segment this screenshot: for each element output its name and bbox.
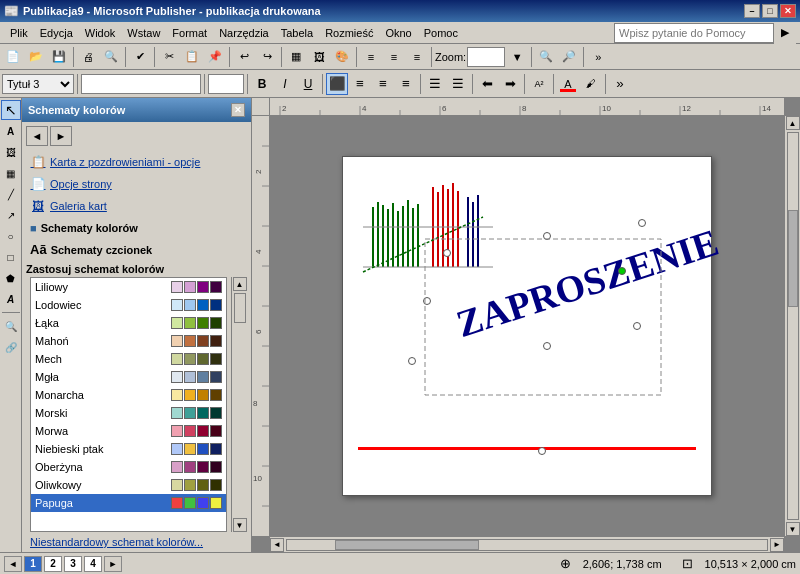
scheme-row-4[interactable]: Mech bbox=[31, 350, 226, 368]
menu-rozmiec[interactable]: Rozmieść bbox=[319, 25, 379, 41]
page-2-btn[interactable]: 2 bbox=[44, 556, 62, 572]
numbering-btn[interactable]: ☰ bbox=[447, 73, 469, 95]
text-tool[interactable]: A bbox=[1, 121, 21, 141]
panel-close-icon[interactable]: ✕ bbox=[231, 103, 245, 117]
panel-back-button[interactable]: ◄ bbox=[26, 126, 48, 146]
menu-plik[interactable]: Plik bbox=[4, 25, 34, 41]
more-tb[interactable]: » bbox=[587, 46, 609, 68]
page-1-btn[interactable]: 1 bbox=[24, 556, 42, 572]
panel-link-karta[interactable]: 📋 Karta z pozdrowieniami - opcje bbox=[26, 152, 247, 172]
handle-bc[interactable] bbox=[543, 342, 551, 350]
h-scroll-thumb[interactable] bbox=[335, 540, 479, 550]
style-select[interactable]: Tytuł 3 bbox=[2, 74, 74, 94]
rect-tool[interactable]: □ bbox=[1, 247, 21, 267]
scheme-row-11[interactable]: Oliwkowy bbox=[31, 476, 226, 494]
font-color-btn[interactable]: A bbox=[557, 73, 579, 95]
scheme-row-3[interactable]: Mahoń bbox=[31, 332, 226, 350]
table-tool[interactable]: ▦ bbox=[1, 163, 21, 183]
scheme-row-8[interactable]: Morwa bbox=[31, 422, 226, 440]
panel-forward-button[interactable]: ► bbox=[50, 126, 72, 146]
title-bar-controls[interactable]: – □ ✕ bbox=[744, 4, 796, 18]
align-left-tb[interactable]: ≡ bbox=[360, 46, 382, 68]
page-3-btn[interactable]: 3 bbox=[64, 556, 82, 572]
line-handle-left[interactable] bbox=[538, 447, 546, 455]
panel-link-galeria[interactable]: 🖼 Galeria kart bbox=[26, 196, 247, 216]
handle-tl[interactable] bbox=[443, 249, 451, 257]
menu-narzedzia[interactable]: Narzędzia bbox=[213, 25, 275, 41]
copy-button[interactable]: 📋 bbox=[181, 46, 203, 68]
menu-wstaw[interactable]: Wstaw bbox=[121, 25, 166, 41]
new-button[interactable]: 📄 bbox=[2, 46, 24, 68]
insert-clip-button[interactable]: 🎨 bbox=[331, 46, 353, 68]
font-input[interactable]: Century Schoolbook bbox=[81, 74, 201, 94]
redo-button[interactable]: ↪ bbox=[256, 46, 278, 68]
align-center-tb[interactable]: ≡ bbox=[383, 46, 405, 68]
menu-pomoc[interactable]: Pomoc bbox=[418, 25, 464, 41]
menu-okno[interactable]: Okno bbox=[379, 25, 417, 41]
page-4-btn[interactable]: 4 bbox=[84, 556, 102, 572]
italic-button[interactable]: I bbox=[274, 73, 296, 95]
scroll-right-arrow[interactable]: ► bbox=[770, 538, 784, 552]
insert-table-button[interactable]: ▦ bbox=[285, 46, 307, 68]
undo-button[interactable]: ↩ bbox=[233, 46, 255, 68]
scheme-row-10[interactable]: Oberżyna bbox=[31, 458, 226, 476]
zoom-dropdown[interactable]: ▼ bbox=[506, 46, 528, 68]
scheme-row-2[interactable]: Łąka bbox=[31, 314, 226, 332]
horizontal-scrollbar[interactable]: ◄ ► bbox=[270, 536, 784, 552]
highlight-btn[interactable]: 🖌 bbox=[580, 73, 602, 95]
arrow-tool[interactable]: ↗ bbox=[1, 205, 21, 225]
zoom-out-button[interactable]: 🔎 bbox=[558, 46, 580, 68]
help-search-button[interactable]: ▶ bbox=[774, 22, 796, 44]
scroll-thumb[interactable] bbox=[234, 293, 246, 323]
align-right-tb[interactable]: ≡ bbox=[406, 46, 428, 68]
handle-bl[interactable] bbox=[408, 357, 416, 365]
paste-button[interactable]: 📌 bbox=[204, 46, 226, 68]
handle-tr[interactable] bbox=[638, 219, 646, 227]
vertical-scrollbar[interactable]: ▲ ▼ bbox=[784, 116, 800, 536]
scheme-row-9[interactable]: Niebieski ptak bbox=[31, 440, 226, 458]
preview-button[interactable]: 🔍 bbox=[100, 46, 122, 68]
cut-button[interactable]: ✂ bbox=[158, 46, 180, 68]
scroll-down-btn[interactable]: ▼ bbox=[786, 522, 800, 536]
line-tool[interactable]: ╱ bbox=[1, 184, 21, 204]
zoom-in-button[interactable]: 🔍 bbox=[535, 46, 557, 68]
custom-scheme-link[interactable]: Niestandardowy schemat kolorów... bbox=[30, 536, 203, 548]
align-center-btn[interactable]: ≡ bbox=[349, 73, 371, 95]
print-button[interactable]: 🖨 bbox=[77, 46, 99, 68]
maximize-button[interactable]: □ bbox=[762, 4, 778, 18]
autoshape-tool[interactable]: ⬟ bbox=[1, 268, 21, 288]
handle-ml[interactable] bbox=[423, 297, 431, 305]
handle-mr[interactable] bbox=[618, 267, 626, 275]
panel-header-controls[interactable]: ✕ bbox=[231, 103, 245, 117]
menu-widok[interactable]: Widok bbox=[79, 25, 122, 41]
menu-tabela[interactable]: Tabela bbox=[275, 25, 319, 41]
scroll-up-btn[interactable]: ▲ bbox=[786, 116, 800, 130]
underline-button[interactable]: U bbox=[297, 73, 319, 95]
select-tool[interactable]: ↖ bbox=[1, 100, 21, 120]
page-next-btn[interactable]: ► bbox=[104, 556, 122, 572]
align-justify-btn[interactable]: ≡ bbox=[395, 73, 417, 95]
handle-tc[interactable] bbox=[543, 232, 551, 240]
zoom-input[interactable]: 75% bbox=[467, 47, 505, 67]
size-input[interactable]: 28 bbox=[208, 74, 244, 94]
page-prev-btn[interactable]: ◄ bbox=[4, 556, 22, 572]
v-scroll-thumb[interactable] bbox=[788, 210, 798, 307]
close-button[interactable]: ✕ bbox=[780, 4, 796, 18]
oval-tool[interactable]: ○ bbox=[1, 226, 21, 246]
scroll-down-arrow[interactable]: ▼ bbox=[233, 518, 247, 532]
scroll-left-arrow[interactable]: ◄ bbox=[270, 538, 284, 552]
scheme-row-6[interactable]: Monarcha bbox=[31, 386, 226, 404]
handle-br[interactable] bbox=[633, 322, 641, 330]
scheme-row-5[interactable]: Mgła bbox=[31, 368, 226, 386]
more-format[interactable]: » bbox=[609, 73, 631, 95]
scheme-row-0[interactable]: Liliowy bbox=[31, 278, 226, 296]
open-button[interactable]: 📂 bbox=[25, 46, 47, 68]
insert-image-button[interactable]: 🖼 bbox=[308, 46, 330, 68]
minimize-button[interactable]: – bbox=[744, 4, 760, 18]
bold-button[interactable]: B bbox=[251, 73, 273, 95]
decrease-indent-btn[interactable]: ⬅ bbox=[476, 73, 498, 95]
help-input[interactable] bbox=[614, 23, 774, 43]
increase-indent-btn[interactable]: ➡ bbox=[499, 73, 521, 95]
superscript-btn[interactable]: A² bbox=[528, 73, 550, 95]
menu-edycja[interactable]: Edycja bbox=[34, 25, 79, 41]
